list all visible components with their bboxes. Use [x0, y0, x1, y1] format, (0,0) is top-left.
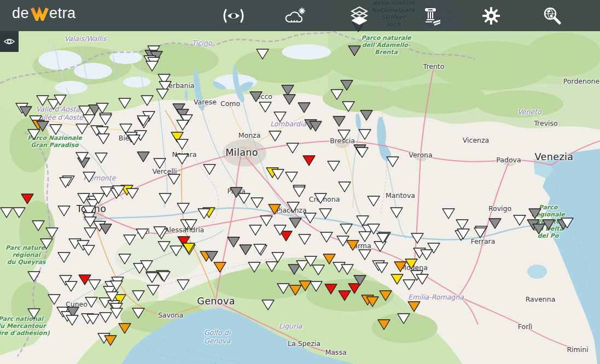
- station-marker[interactable]: [272, 253, 284, 262]
- station-marker[interactable]: [341, 80, 353, 90]
- station-marker[interactable]: [95, 153, 107, 163]
- station-marker[interactable]: [65, 281, 77, 291]
- station-marker[interactable]: [13, 208, 25, 218]
- forecast-button[interactable]: [278, 0, 312, 31]
- station-marker[interactable]: [319, 209, 331, 219]
- station-marker[interactable]: [293, 187, 305, 197]
- station-marker[interactable]: [146, 273, 158, 283]
- station-marker[interactable]: [76, 124, 88, 134]
- station-marker[interactable]: [286, 172, 298, 182]
- station-marker[interactable]: [266, 262, 278, 272]
- station-marker[interactable]: [48, 295, 60, 304]
- station-marker[interactable]: [359, 250, 371, 260]
- station-marker[interactable]: [100, 115, 112, 125]
- station-marker[interactable]: [100, 224, 112, 234]
- station-marker[interactable]: [299, 234, 311, 244]
- station-marker[interactable]: [1, 208, 13, 218]
- station-marker[interactable]: [348, 46, 360, 56]
- station-marker[interactable]: [132, 308, 144, 318]
- station-marker[interactable]: [28, 309, 40, 319]
- station-marker[interactable]: [339, 182, 351, 192]
- station-marker[interactable]: [251, 198, 263, 208]
- station-marker[interactable]: [158, 242, 170, 251]
- station-marker[interactable]: [28, 130, 40, 139]
- station-marker[interactable]: [359, 232, 371, 242]
- station-marker[interactable]: [124, 235, 136, 245]
- station-marker[interactable]: [341, 265, 353, 274]
- station-marker[interactable]: [310, 281, 322, 291]
- station-marker[interactable]: [287, 202, 299, 212]
- station-marker[interactable]: [58, 253, 70, 262]
- station-marker[interactable]: [321, 232, 333, 242]
- station-marker[interactable]: [110, 308, 123, 318]
- station-marker[interactable]: [119, 98, 131, 108]
- station-marker[interactable]: [154, 158, 166, 168]
- station-marker[interactable]: [100, 313, 112, 322]
- station-marker[interactable]: [325, 284, 337, 294]
- station-marker[interactable]: [282, 85, 294, 95]
- station-marker[interactable]: [97, 134, 109, 144]
- station-marker[interactable]: [260, 216, 272, 226]
- station-marker[interactable]: [289, 218, 301, 228]
- station-marker[interactable]: [339, 291, 351, 301]
- station-marker[interactable]: [58, 206, 70, 216]
- station-marker[interactable]: [356, 148, 368, 157]
- map-canvas[interactable]: MilanoTorinoGenovaVeneziaVerbaniaVareseC…: [0, 0, 600, 364]
- station-marker[interactable]: [533, 224, 545, 234]
- station-marker[interactable]: [83, 172, 95, 182]
- station-marker[interactable]: [170, 246, 182, 256]
- station-marker[interactable]: [456, 220, 468, 230]
- station-marker[interactable]: [391, 274, 403, 284]
- station-marker[interactable]: [119, 324, 131, 333]
- station-marker[interactable]: [228, 237, 240, 247]
- station-marker[interactable]: [40, 239, 53, 249]
- station-marker[interactable]: [46, 228, 58, 238]
- station-marker[interactable]: [314, 193, 327, 203]
- station-marker[interactable]: [489, 219, 501, 228]
- station-marker[interactable]: [421, 250, 433, 260]
- station-marker[interactable]: [529, 209, 541, 219]
- station-marker[interactable]: [360, 110, 372, 120]
- station-marker[interactable]: [32, 221, 44, 231]
- station-marker[interactable]: [147, 285, 159, 295]
- station-marker[interactable]: [411, 233, 423, 243]
- station-marker[interactable]: [408, 302, 420, 312]
- station-marker[interactable]: [338, 130, 350, 140]
- station-marker[interactable]: [85, 297, 97, 307]
- station-marker[interactable]: [394, 262, 406, 272]
- station-marker[interactable]: [304, 213, 316, 223]
- station-marker[interactable]: [403, 280, 415, 290]
- station-marker[interactable]: [312, 265, 324, 275]
- station-marker[interactable]: [177, 120, 189, 130]
- station-marker[interactable]: [277, 284, 289, 293]
- settings-button[interactable]: [474, 0, 508, 31]
- station-marker[interactable]: [340, 224, 352, 234]
- station-marker[interactable]: [132, 291, 144, 301]
- station-marker[interactable]: [262, 300, 274, 310]
- station-marker[interactable]: [214, 262, 226, 272]
- station-marker[interactable]: [442, 209, 455, 219]
- station-marker[interactable]: [259, 102, 271, 112]
- station-marker[interactable]: [380, 291, 392, 301]
- station-marker[interactable]: [83, 245, 95, 255]
- station-marker[interactable]: [168, 174, 180, 184]
- station-marker[interactable]: [83, 115, 95, 125]
- layers-button[interactable]: [342, 0, 376, 31]
- station-marker[interactable]: [331, 90, 343, 99]
- station-marker[interactable]: [89, 280, 101, 290]
- station-marker[interactable]: [78, 193, 90, 203]
- station-marker[interactable]: [368, 196, 380, 206]
- station-marker[interactable]: [357, 216, 369, 226]
- station-marker[interactable]: [342, 102, 354, 111]
- station-marker[interactable]: [287, 143, 299, 153]
- station-marker[interactable]: [84, 228, 96, 238]
- station-marker[interactable]: [203, 165, 215, 174]
- archive-button[interactable]: [415, 0, 449, 31]
- geo-search-button[interactable]: [535, 0, 569, 31]
- station-marker[interactable]: [177, 203, 189, 213]
- station-marker[interactable]: [28, 272, 40, 281]
- station-marker[interactable]: [257, 49, 269, 59]
- station-marker[interactable]: [136, 229, 148, 239]
- station-marker[interactable]: [514, 215, 526, 225]
- station-marker[interactable]: [298, 103, 310, 113]
